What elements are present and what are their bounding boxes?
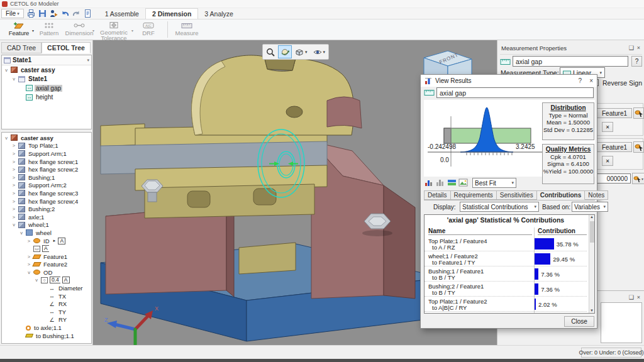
expand-icon[interactable]: >	[11, 214, 16, 220]
measurement-name-input[interactable]: axial gap	[513, 56, 628, 67]
expand-icon[interactable]: >	[11, 159, 16, 165]
collapse-icon[interactable]: v	[4, 67, 9, 73]
tree-item[interactable]: vcaster assy	[2, 134, 91, 142]
tree-item[interactable]: vOD	[2, 268, 91, 277]
nominal-value-field[interactable]: 000000	[592, 173, 631, 184]
tree-item[interactable]: >Support Arm;1	[2, 150, 91, 158]
visibility-button[interactable]: ▾	[311, 45, 328, 58]
expand-icon[interactable]: >	[11, 182, 16, 188]
float-panel-icon[interactable]: ❑	[629, 294, 634, 300]
expand-icon[interactable]: >	[11, 143, 16, 148]
table-row[interactable]: wheel;1 / Feature2to Feature1 / TY29.45 …	[425, 251, 587, 266]
drf-button[interactable]: A|CDRF	[133, 19, 164, 40]
save-icon[interactable]	[38, 9, 47, 18]
pattern-button[interactable]: Pattern	[34, 19, 64, 40]
expand-icon[interactable]: >	[26, 238, 31, 244]
zoom-button[interactable]	[264, 45, 277, 58]
clear-feature-button-1[interactable]: ✕	[602, 122, 613, 132]
distribution-plot-icon[interactable]	[425, 178, 434, 188]
dialog-tab-requirements[interactable]: Requirements	[451, 190, 497, 200]
dialog-title-bar[interactable]: View Results ?×	[421, 75, 597, 87]
table-row[interactable]: Top Plate;1 / Feature2to A|B|C / RY2.02 …	[425, 297, 587, 312]
fit-selector[interactable]: Best Fit▾	[472, 178, 516, 188]
close-button[interactable]: Close	[564, 316, 594, 327]
ribbon-tab-1-assemble[interactable]: 1 Assemble	[99, 8, 145, 19]
tree-item[interactable]: >Support Arm;2	[2, 182, 91, 190]
feature-ref-button-1[interactable]: Feature1	[597, 108, 632, 118]
tree-item[interactable]: ↔height	[2, 93, 91, 102]
based-on-select[interactable]: Variables▾	[572, 202, 608, 212]
tree-item[interactable]: ∠RY	[2, 316, 91, 324]
dialog-help-icon[interactable]: ?	[579, 77, 582, 84]
tab-cetol-tree[interactable]: CETOL Tree	[42, 42, 91, 53]
help-button[interactable]: ?	[631, 56, 642, 67]
collapse-icon[interactable]: v	[34, 277, 39, 283]
tree-item[interactable]: >hex flange screw;3	[2, 189, 91, 197]
float-panel-icon[interactable]: ❑	[629, 45, 634, 51]
dialog-close-icon[interactable]: ×	[589, 77, 593, 84]
table-row[interactable]: Bushing;2 / Feature1to B / TY7.36 %	[425, 282, 587, 297]
tree-item[interactable]: ▭A	[2, 244, 91, 253]
tree-item[interactable]: >ID►A	[2, 237, 91, 245]
report-icon[interactable]	[83, 9, 92, 18]
expand-icon[interactable]: >	[11, 199, 16, 204]
tree-item[interactable]: >Feature1	[2, 253, 91, 261]
undo-icon[interactable]	[60, 9, 70, 18]
ribbon-tab-2-dimension[interactable]: 2 Dimension	[145, 8, 198, 19]
image-export-icon[interactable]	[458, 178, 468, 188]
clear-feature-button-2[interactable]: ✕	[602, 156, 613, 166]
feature-button[interactable]: Feature▾	[4, 19, 34, 40]
tree-item[interactable]: vwheel;1	[2, 221, 91, 229]
ribbon-tab-3-analyze[interactable]: 3 Analyze	[198, 8, 240, 19]
dialog-tab-contributions[interactable]: Contributions	[537, 190, 586, 200]
geometric-tolerance-button[interactable]: Geometric Tolerance▾	[94, 19, 133, 40]
collapse-icon[interactable]: v	[11, 222, 16, 228]
tab-cad-tree[interactable]: CAD Tree	[1, 42, 42, 53]
tree-item[interactable]: v○0.4A	[2, 277, 91, 285]
expand-icon[interactable]: >	[11, 190, 16, 196]
tree-item[interactable]: >Feature2	[2, 261, 91, 269]
tree-item[interactable]: >hex flange screw;1	[2, 158, 91, 166]
dialog-measurement-name-input[interactable]: axial gap	[436, 87, 594, 98]
limit-bands-icon[interactable]	[447, 178, 457, 188]
expand-icon[interactable]: >	[11, 167, 16, 172]
tree-item[interactable]: ∠RX	[2, 300, 91, 308]
pick-value-button[interactable]: ▾	[632, 173, 644, 184]
dialog-tab-sensitivities[interactable]: Sensitivities	[497, 190, 537, 200]
redo-icon[interactable]	[72, 9, 81, 18]
pick-feature-button-1[interactable]	[633, 107, 644, 119]
tree-item[interactable]: ↔axial gap	[2, 84, 91, 93]
table-row[interactable]: Bushing;1 / Feature1to B / TY7.36 %	[425, 266, 587, 282]
tree-item[interactable]: vwheel	[2, 229, 91, 237]
tree-item[interactable]: ↔TX	[2, 292, 91, 300]
pick-feature-button-2[interactable]	[633, 141, 644, 153]
tree-item[interactable]: >hex flange screw;4	[2, 197, 91, 206]
file-menu-button[interactable]: File ▾	[1, 9, 24, 18]
collapse-icon[interactable]: v	[26, 270, 31, 275]
tree-item[interactable]: to Bushing;1.1	[2, 332, 91, 340]
import-icon[interactable]	[49, 9, 58, 18]
expand-icon[interactable]: >	[26, 254, 31, 260]
table-row[interactable]: Top Plate;1 / Feature4to A / RZ35.78 %	[425, 236, 587, 251]
dialog-tab-details[interactable]: Details	[424, 190, 451, 200]
table-scrollbar[interactable]: ▲▼	[589, 215, 594, 313]
expand-icon[interactable]: >	[11, 151, 16, 156]
close-panel-icon[interactable]: ×	[637, 294, 640, 300]
expand-icon[interactable]: >	[26, 261, 31, 267]
expand-icon[interactable]: >	[11, 206, 16, 212]
orbit-button[interactable]	[278, 45, 292, 58]
tree-item[interactable]: >Bushing;2	[2, 205, 91, 213]
tree-item[interactable]: vcaster assy	[2, 65, 91, 75]
expand-icon[interactable]: >	[11, 175, 16, 180]
state-selector[interactable]: State1 ▾	[2, 55, 91, 65]
standard-views-button[interactable]: ▾	[292, 45, 310, 58]
feature-ref-button-2[interactable]: Feature1	[597, 142, 632, 152]
measure-button[interactable]: Measure	[172, 19, 202, 40]
tree-item[interactable]: vState1	[2, 75, 91, 84]
histogram-icon[interactable]	[436, 178, 445, 188]
tree-item[interactable]: >Top Plate;1	[2, 142, 91, 150]
collapse-icon[interactable]: v	[4, 135, 9, 141]
collapse-icon[interactable]: v	[19, 230, 24, 236]
display-select[interactable]: Statistical Contributions▾	[460, 202, 539, 212]
tree-item[interactable]: ↔TY	[2, 308, 91, 316]
